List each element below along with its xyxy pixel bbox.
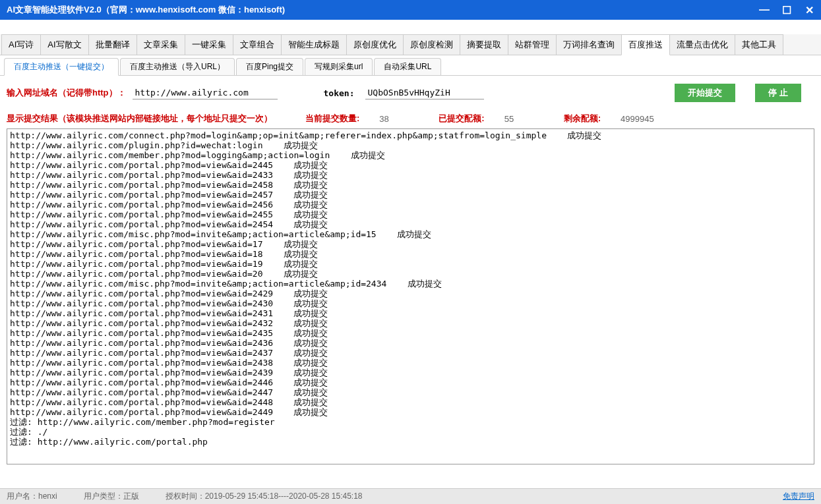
url-label: 输入网址域名（记得带http）： <box>7 87 126 99</box>
log-line: http://www.ailyric.com/portal.php?mod=vi… <box>10 200 811 210</box>
main-tab-13[interactable]: 流量点击优化 <box>669 34 735 55</box>
window-title: AI文章智能处理软件V2.0（官网：www.henxisoft.com 微信：h… <box>7 4 759 16</box>
result-label: 显示提交结果（该模块推送网站内部链接地址，每个地址只提交一次） <box>7 113 272 125</box>
submitted-quota-value: 55 <box>504 114 531 124</box>
log-line: http://www.ailyric.com/portal.php?mod=vi… <box>10 210 811 219</box>
log-line: http://www.ailyric.com/misc.php?mod=invi… <box>10 229 811 239</box>
footer-user: 用户名：henxi <box>7 491 57 502</box>
main-tab-9[interactable]: 摘要提取 <box>460 34 508 55</box>
start-button[interactable]: 开始提交 <box>675 84 735 102</box>
status-bar: 用户名：henxi 用户类型：正版 授权时间：2019-05-29 15:45:… <box>0 488 821 504</box>
log-line: http://www.ailyric.com/misc.php?mod=invi… <box>10 279 811 289</box>
log-line: http://www.ailyric.com/portal.php?mod=vi… <box>10 190 811 200</box>
log-line: http://www.ailyric.com/portal.php?mod=vi… <box>10 387 811 397</box>
log-line: http://www.ailyric.com/portal.php?mod=vi… <box>10 269 811 279</box>
url-input[interactable] <box>133 86 278 99</box>
main-tab-11[interactable]: 万词排名查询 <box>556 34 622 55</box>
footer-auth: 授权时间：2019-05-29 15:45:18----2020-05-28 1… <box>166 491 363 502</box>
current-count-value: 38 <box>379 114 406 124</box>
submitted-quota-label: 已提交配额: <box>439 113 484 125</box>
maximize-icon[interactable]: ☐ <box>781 5 792 15</box>
log-line: http://www.ailyric.com/member.php?mod=lo… <box>10 150 811 160</box>
disclaimer-link[interactable]: 免责声明 <box>783 491 814 502</box>
main-tab-4[interactable]: 一键采集 <box>185 34 233 55</box>
log-output[interactable]: http://www.ailyric.com/connect.php?mod=l… <box>7 128 814 464</box>
log-line: http://www.ailyric.com/portal.php?mod=vi… <box>10 180 811 190</box>
log-line: 过滤: http://www.ailyric.com/member.php?mo… <box>10 417 811 427</box>
main-tab-1[interactable]: AI写散文 <box>40 34 88 55</box>
log-line: http://www.ailyric.com/portal.php?mod=vi… <box>10 328 811 338</box>
remaining-quota-label: 剩余配额: <box>564 113 601 125</box>
status-row: 显示提交结果（该模块推送网站内部链接地址，每个地址只提交一次） 当前提交数量: … <box>0 110 821 128</box>
log-line: http://www.ailyric.com/portal.php?mod=vi… <box>10 239 811 249</box>
main-tab-8[interactable]: 原创度检测 <box>403 34 460 55</box>
main-tab-2[interactable]: 批量翻译 <box>88 34 137 55</box>
sub-tab-2[interactable]: 百度Ping提交 <box>236 58 303 75</box>
main-tab-12[interactable]: 百度推送 <box>621 34 670 55</box>
main-tab-5[interactable]: 文章组合 <box>233 34 282 55</box>
form-row: 输入网址域名（记得带http）： token: 开始提交 停 止 <box>0 76 821 110</box>
log-line: http://www.ailyric.com/portal.php?mod=vi… <box>10 219 811 229</box>
log-line: http://www.ailyric.com/portal.php?mod=vi… <box>10 308 811 318</box>
sub-tab-4[interactable]: 自动采集URL <box>374 58 441 75</box>
footer-type: 用户类型：正版 <box>84 491 139 502</box>
log-line: 过滤: ./ <box>10 427 811 437</box>
main-tab-14[interactable]: 其他工具 <box>735 34 783 55</box>
log-line: http://www.ailyric.com/portal.php?mod=vi… <box>10 298 811 308</box>
log-line: http://www.ailyric.com/portal.php?mod=vi… <box>10 170 811 180</box>
sub-tab-3[interactable]: 写规则采集url <box>305 58 373 75</box>
log-line: http://www.ailyric.com/portal.php?mod=vi… <box>10 368 811 378</box>
main-tab-0[interactable]: AI写诗 <box>1 34 41 55</box>
log-line: http://www.ailyric.com/portal.php?mod=vi… <box>10 358 811 368</box>
main-tab-10[interactable]: 站群管理 <box>508 34 557 55</box>
log-line: http://www.ailyric.com/portal.php?mod=vi… <box>10 259 811 269</box>
spacer <box>0 20 821 34</box>
log-line: http://www.ailyric.com/portal.php?mod=vi… <box>10 378 811 387</box>
log-line: http://www.ailyric.com/portal.php?mod=vi… <box>10 397 811 407</box>
log-line: http://www.ailyric.com/portal.php?mod=vi… <box>10 338 811 348</box>
main-tab-3[interactable]: 文章采集 <box>137 34 185 55</box>
log-line: http://www.ailyric.com/portal.php?mod=vi… <box>10 289 811 298</box>
close-icon[interactable]: ✕ <box>804 5 814 15</box>
current-count-label: 当前提交数量: <box>305 113 359 125</box>
main-tab-bar: AI写诗AI写散文批量翻译文章采集一键采集文章组合智能生成标题原创度优化原创度检… <box>0 34 821 55</box>
log-line: 过滤: http://www.ailyric.com/portal.php <box>10 437 811 447</box>
log-line: http://www.ailyric.com/portal.php?mod=vi… <box>10 249 811 259</box>
stop-button[interactable]: 停 止 <box>755 84 801 102</box>
log-line: http://www.ailyric.com/portal.php?mod=vi… <box>10 348 811 358</box>
log-line: http://www.ailyric.com/portal.php?mod=vi… <box>10 160 811 170</box>
sub-tab-bar: 百度主动推送（一键提交）百度主动推送（导入URL）百度Ping提交写规则采集ur… <box>0 55 821 76</box>
window-titlebar: AI文章智能处理软件V2.0（官网：www.henxisoft.com 微信：h… <box>0 0 821 20</box>
log-line: http://www.ailyric.com/connect.php?mod=l… <box>10 130 811 140</box>
sub-tab-0[interactable]: 百度主动推送（一键提交） <box>4 58 119 76</box>
token-input[interactable] <box>365 86 484 99</box>
sub-tab-1[interactable]: 百度主动推送（导入URL） <box>120 58 235 75</box>
log-line: http://www.ailyric.com/portal.php?mod=vi… <box>10 318 811 328</box>
main-tab-6[interactable]: 智能生成标题 <box>281 34 347 55</box>
main-tab-7[interactable]: 原创度优化 <box>346 34 404 55</box>
log-line: http://www.ailyric.com/plugin.php?id=wec… <box>10 140 811 150</box>
token-label: token: <box>324 88 355 98</box>
remaining-quota-value: 4999945 <box>621 114 654 124</box>
log-line: http://www.ailyric.com/portal.php?mod=vi… <box>10 407 811 417</box>
minimize-icon[interactable]: — <box>759 5 770 15</box>
